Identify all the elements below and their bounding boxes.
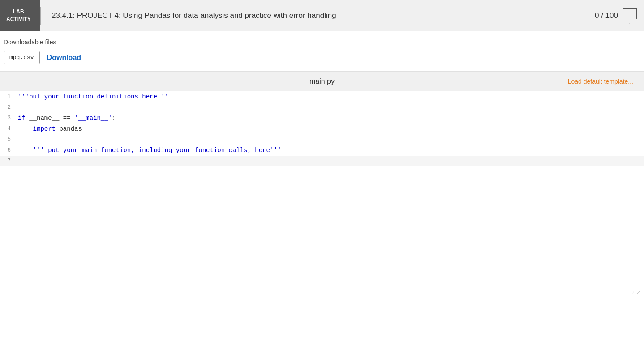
download-button[interactable]: Download — [47, 54, 81, 62]
header: LABACTIVITY 23.4.1: PROJECT 4: Using Pan… — [0, 0, 644, 31]
line-content: ''' put your main function, including yo… — [18, 145, 644, 156]
code-line: 2 — [0, 102, 644, 113]
header-title: 23.4.1: PROJECT 4: Using Pandas for data… — [41, 11, 588, 20]
line-number: 1 — [0, 91, 18, 102]
code-area[interactable]: 1 '''put your function definitions here'… — [0, 91, 644, 297]
code-line-cursor: 7 — [0, 156, 644, 166]
line-content — [18, 134, 644, 145]
score-text: 0 / 100 — [595, 11, 618, 20]
load-template-button[interactable]: Load default template... — [568, 78, 633, 85]
lab-activity-badge: LABACTIVITY — [0, 0, 40, 31]
line-content — [18, 102, 644, 113]
code-line: 3 if __name__ == '__main__': — [0, 113, 644, 124]
header-score: 0 / 100 — [588, 8, 644, 24]
download-row: mpg.csv Download — [4, 51, 640, 64]
line-number: 2 — [0, 102, 18, 113]
line-number: 3 — [0, 113, 18, 124]
line-number: 6 — [0, 145, 18, 156]
line-content — [18, 156, 644, 166]
download-section: Downloadable files mpg.csv Download — [0, 31, 644, 72]
line-content: import pandas — [18, 124, 644, 134]
text-cursor — [18, 158, 18, 165]
line-content: if __name__ == '__main__': — [18, 113, 644, 124]
line-content: '''put your function definitions here''' — [18, 91, 644, 102]
code-line: 1 '''put your function definitions here'… — [0, 91, 644, 102]
badge-text: LABACTIVITY — [6, 8, 31, 23]
code-line: 4 import pandas — [0, 124, 644, 134]
download-section-title: Downloadable files — [4, 38, 640, 46]
editor-filename: main.py — [309, 77, 335, 85]
resize-handle[interactable]: ⟋⟋ — [631, 289, 641, 295]
code-line: 5 — [0, 134, 644, 145]
line-number: 5 — [0, 134, 18, 145]
shield-icon — [623, 8, 637, 24]
line-number: 4 — [0, 124, 18, 134]
code-line: 6 ''' put your main function, including … — [0, 145, 644, 156]
editor-header: main.py Load default template... — [0, 72, 644, 91]
file-name-pill: mpg.csv — [4, 51, 40, 64]
line-number: 7 — [0, 156, 18, 166]
editor-container: main.py Load default template... 1 '''pu… — [0, 72, 644, 297]
